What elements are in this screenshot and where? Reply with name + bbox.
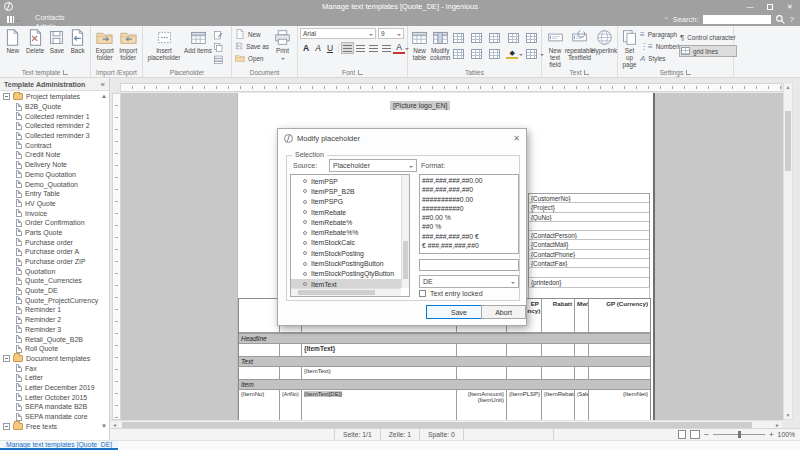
- tree-item-template[interactable]: SEPA mandate B2B: [0, 402, 109, 412]
- borders-icon[interactable]: [524, 47, 539, 60]
- address-field-row[interactable]: {ContactPerson}: [529, 231, 649, 240]
- collapse-sidebar-button[interactable]: «: [101, 80, 105, 89]
- scroll-left-arrow[interactable]: ◄: [110, 422, 119, 428]
- collapse-node-icon[interactable]: [3, 93, 10, 100]
- tree-item-template[interactable]: Quote_DE: [0, 286, 109, 296]
- custom-format-input[interactable]: [419, 259, 519, 271]
- placeholder-list-item[interactable]: ItemPSP: [291, 176, 401, 186]
- list-vertical-scrollbar[interactable]: [401, 175, 409, 288]
- underline-button[interactable]: U: [324, 42, 336, 54]
- modify-column-button[interactable]: Modify column: [429, 28, 451, 62]
- tree-item-template[interactable]: Contract: [0, 140, 109, 150]
- tree-folder-free-texts[interactable]: Free texts ▼: [0, 421, 109, 431]
- tree-item-template[interactable]: Collected reminder 1: [0, 111, 109, 121]
- tree-item-template[interactable]: Quote_Currencies: [0, 276, 109, 286]
- placeholder-list-item[interactable]: ItemStockPostingButton: [291, 258, 401, 268]
- scrollbar-thumb[interactable]: [785, 111, 791, 171]
- collapse-node-icon[interactable]: [3, 355, 10, 362]
- tree-item-template[interactable]: Parts Quote: [0, 228, 109, 238]
- maximize-button[interactable]: [760, 0, 780, 13]
- tree-item-template[interactable]: Collected reminder 2: [0, 121, 109, 131]
- placeholder-list-item[interactable]: ItemStockPosting: [291, 248, 401, 258]
- text-row[interactable]: {ItemText}: [239, 367, 650, 379]
- tree-item-template[interactable]: Reminder 1: [0, 305, 109, 315]
- help-button[interactable]: ?: [790, 15, 794, 24]
- delete-column-icon[interactable]: [451, 47, 466, 60]
- save-as-button[interactable]: Save as: [234, 40, 270, 52]
- insert-placeholder-button[interactable]: Insert placeholder: [145, 28, 183, 62]
- placeholder-list-item[interactable]: ItemStockPostingQtyButton: [291, 269, 401, 279]
- scroll-down-icon[interactable]: ▼: [101, 423, 107, 429]
- dialog-close-button[interactable]: ✕: [513, 134, 520, 143]
- grid-lines-button[interactable]: grid lines: [679, 45, 737, 57]
- scroll-right-arrow[interactable]: ►: [775, 422, 780, 428]
- ribbon-tab[interactable]: Contacts: [26, 13, 99, 22]
- address-field-row[interactable]: [529, 268, 649, 277]
- close-button[interactable]: ✕: [780, 0, 800, 13]
- placeholder-list-item[interactable]: ItemPSP_B2B: [291, 186, 401, 196]
- find-icon[interactable]: [775, 14, 786, 25]
- tree-item-template[interactable]: Invoice: [0, 208, 109, 218]
- tree-item-template[interactable]: HV Quote: [0, 199, 109, 209]
- format-list-item[interactable]: ##0.00 %: [420, 213, 518, 222]
- tree-item-template[interactable]: Letter December 2019: [0, 383, 109, 393]
- tree-item-template[interactable]: Delivery Note: [0, 160, 109, 170]
- collapse-node-icon[interactable]: [3, 423, 10, 430]
- align-left-button[interactable]: [341, 42, 354, 54]
- tree-item-template[interactable]: Letter October 2015: [0, 392, 109, 402]
- tree-item-template[interactable]: Fax: [0, 363, 109, 373]
- tree-item-template[interactable]: Entry Table: [0, 189, 109, 199]
- back-button[interactable]: Back: [67, 28, 88, 55]
- copy-icon[interactable]: [213, 42, 224, 53]
- horizontal-scrollbar[interactable]: ◄ ►: [110, 420, 782, 428]
- app-menu-button[interactable]: [0, 13, 26, 26]
- tree-item-template[interactable]: Credit Note: [0, 150, 109, 160]
- tree-item-template[interactable]: Quote_ProjectCurrency: [0, 295, 109, 305]
- placeholder-list-item[interactable]: ItemRebate%: [291, 217, 401, 227]
- setup-page-button[interactable]: Set up page: [620, 28, 639, 69]
- placeholder-list-item[interactable]: ItemStockCalc: [291, 238, 401, 248]
- insert-row-icon[interactable]: [451, 31, 466, 44]
- delete-row-icon[interactable]: [487, 31, 502, 44]
- address-field-row[interactable]: [529, 222, 649, 231]
- zoom-in-button[interactable]: +: [769, 431, 774, 439]
- font-color-button[interactable]: A: [393, 43, 405, 54]
- zoom-out-button[interactable]: −: [704, 431, 709, 439]
- text-entry-locked-checkbox[interactable]: [419, 290, 426, 297]
- placeholder-list[interactable]: ItemPSPItemPSP_B2BItemPSPGItemRebateItem…: [290, 174, 410, 297]
- add-items-button[interactable]: Add items: [183, 28, 213, 55]
- vertical-scrollbar[interactable]: ▲ ▼: [783, 82, 793, 420]
- language-select[interactable]: DE: [419, 275, 519, 288]
- address-field-row[interactable]: {ContactFax}: [529, 259, 649, 268]
- dialog-launcher-icon[interactable]: [358, 70, 363, 75]
- dialog-launcher-icon[interactable]: [63, 70, 68, 75]
- format-list-item[interactable]: ##########0.00: [420, 195, 518, 204]
- selected-placeholder[interactable]: {ItemText[DE]}: [304, 391, 342, 397]
- new-template-button[interactable]: New: [2, 28, 24, 55]
- picture-placeholder[interactable]: [Picture logo_EN]: [390, 101, 450, 110]
- fit-width-icon[interactable]: [690, 430, 700, 439]
- bold-button[interactable]: A: [300, 42, 312, 54]
- delete-template-button[interactable]: Delete: [24, 28, 47, 55]
- open-button[interactable]: Open: [234, 52, 270, 64]
- tree-item-template[interactable]: Purchase order A: [0, 247, 109, 257]
- tree-item-template[interactable]: Order Confirmation: [0, 218, 109, 228]
- numbering-button[interactable]: ⋮≡Numbering: [639, 40, 679, 52]
- format-list-item[interactable]: € ###,###,###,##0: [420, 241, 518, 250]
- dialog-titlebar[interactable]: Modify placeholder ✕: [278, 129, 526, 147]
- list-horizontal-scrollbar[interactable]: [291, 288, 401, 296]
- styles-button[interactable]: AStyles: [639, 52, 679, 64]
- new-text-field-button[interactable]: New text field: [544, 28, 566, 69]
- format-list-item[interactable]: ###,###,###,##0.00: [420, 176, 518, 185]
- zoom-slider-knob[interactable]: [738, 431, 741, 438]
- import-folder-button[interactable]: Import folder: [117, 28, 141, 62]
- tree-item-template[interactable]: Reminder 3: [0, 325, 109, 335]
- address-field-row[interactable]: {Project}: [529, 203, 649, 212]
- shading-icon[interactable]: ◆: [506, 48, 518, 59]
- format-list-item[interactable]: ##########0: [420, 204, 518, 213]
- font-size-select[interactable]: 9: [378, 28, 404, 39]
- align-center-button[interactable]: [354, 42, 367, 54]
- document-new-button[interactable]: New: [234, 28, 270, 40]
- placeholder-list-item[interactable]: ItemPSPG: [291, 197, 401, 207]
- hyperlink-button[interactable]: Hyperlink: [593, 28, 615, 55]
